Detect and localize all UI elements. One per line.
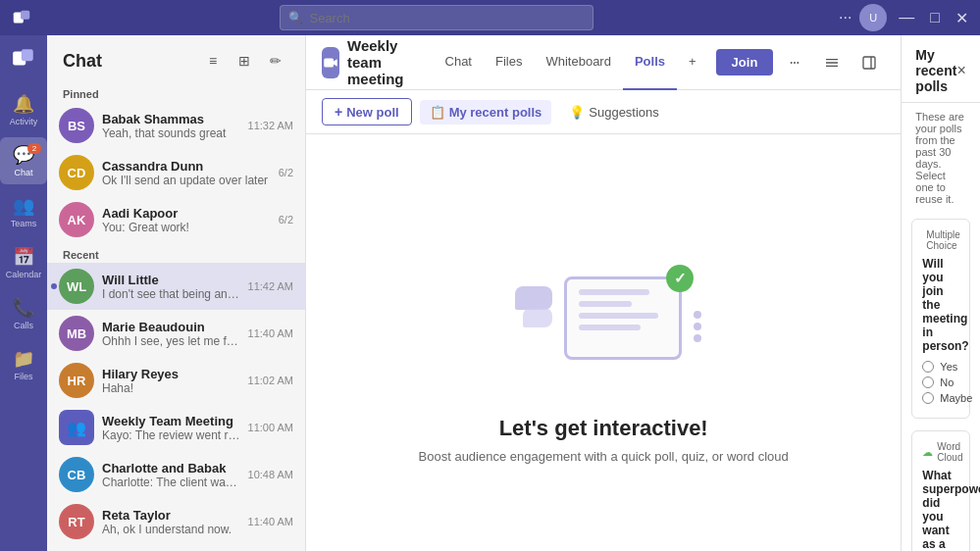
avatar-charlotte: CB [59,457,94,492]
speech-bubble-1 [515,286,552,310]
calendar-icon: 📅 [13,246,34,268]
tab-polls[interactable]: Polls [623,35,677,90]
more-btn[interactable] [816,47,848,78]
poll-question-1: Will you join the meeting in person? [922,257,959,353]
chat-content-aadi: Aadi Kapoor You: Great work! [102,206,271,234]
chat-meta-hilary: 11:02 AM [248,375,293,386]
chat-item-will[interactable]: WL Will Little I don't see that being an… [47,263,305,310]
join-button[interactable]: Join [716,49,774,75]
empty-state-text: Let's get interactive! Boost audience en… [419,416,789,464]
panel-close-button[interactable]: × [956,59,966,82]
poll-option-1-maybe: Maybe [922,392,959,404]
chat-item-weekly-team[interactable]: 👥 Weekly Team Meeting Kayo: The review w… [47,404,305,451]
chat-item-reta[interactable]: RT Reta Taylor Ah, ok I understand now. … [47,498,305,545]
chat-meta-reta: 11:40 AM [248,516,293,527]
avatar-aadi: AK [59,202,94,237]
nav-item-teams[interactable]: 👥 Teams [0,188,47,235]
chat-time-reta: 11:40 AM [248,516,293,527]
meeting-title: Weekly team meeting [347,37,418,87]
main-content: Weekly team meeting Chat Files Whiteboar… [306,35,901,551]
tab-files[interactable]: Files [484,35,534,90]
chat-name-charlotte: Charlotte and Babak [102,461,240,476]
suggestions-tab[interactable]: 💡 Suggestions [559,100,669,125]
chat-preview-will: I don't see that being an issue, can tak… [102,287,240,301]
minimize-btn[interactable]: — [895,9,918,26]
monitor [564,276,682,360]
nav-item-more[interactable]: ··· [0,531,47,551]
chat-time-aadi: 6/2 [279,214,293,225]
svg-rect-1 [21,11,29,20]
poll-card-2[interactable]: ☁ Word Cloud What superpower did you wan… [911,430,970,551]
poll-card-1[interactable]: Multiple Choice Will you join the meetin… [911,219,970,419]
sidebar-title: Chat [63,51,102,72]
nav-label-calendar: Calendar [6,270,42,279]
chat-item-joshua[interactable]: JV Joshua VanBuren Thanks for reviewing!… [47,545,305,551]
nav-item-calendar[interactable]: 📅 Calendar [0,239,47,286]
chat-item-marie[interactable]: MB Marie Beaudouin Ohhh I see, yes let m… [47,310,305,357]
unread-indicator-will [51,283,57,289]
more-options-icon[interactable]: ··· [839,9,851,26]
interactive-illustration: ✓ [495,257,711,404]
tab-chat[interactable]: Chat [434,35,484,90]
chat-item-aadi[interactable]: AK Aadi Kapoor You: Great work! 6/2 [47,196,305,243]
my-recent-polls-tab[interactable]: 📋 My recent polls [420,100,552,125]
close-btn[interactable]: ✕ [952,9,972,27]
poll-option-1-yes: Yes [922,361,959,373]
sidebar-header: Chat ≡ ⊞ ✏ [47,35,305,82]
chat-time-hilary: 11:02 AM [248,375,293,386]
radio-no [922,376,934,388]
search-bar[interactable]: 🔍 [280,5,593,30]
chat-item-cassandra[interactable]: CD Cassandra Dunn Ok I'll send an update… [47,149,305,196]
nav-logo [4,39,43,78]
files-icon: 📁 [13,348,34,370]
suggestions-icon: 💡 [569,105,585,120]
maximize-btn[interactable]: □ [926,9,944,26]
chat-meta-weekly-team: 11:00 AM [248,422,293,433]
chat-item-hilary[interactable]: HR Hilary Reyes Haha! 11:02 AM [47,357,305,404]
main-header: Weekly team meeting Chat Files Whiteboar… [306,35,901,90]
nav-label-teams: Teams [11,219,37,228]
decoration-dots [694,311,701,342]
meeting-options-btn[interactable] [779,47,810,78]
user-avatar[interactable]: U [859,4,887,31]
chat-content-will: Will Little I don't see that being an is… [102,273,240,301]
tab-add[interactable]: + [677,35,708,90]
search-input[interactable] [309,11,585,25]
panel-description: These are your polls from the past 30 da… [902,103,980,213]
empty-state-title: Let's get interactive! [419,416,789,441]
compose-button[interactable]: ⊞ [231,47,258,75]
poll-type-badge-2: ☁ Word Cloud [922,441,959,463]
svg-point-7 [798,62,799,64]
nav-item-chat[interactable]: 💬 Chat 2 [0,137,47,184]
speech-bubble-2 [523,308,552,327]
chat-preview-reta: Ah, ok I understand now. [102,523,240,536]
tab-whiteboard[interactable]: Whiteboard [534,35,622,90]
nav-label-calls: Calls [14,321,33,330]
svg-rect-4 [324,58,334,67]
suggestions-label: Suggestions [589,105,659,120]
new-poll-label: New poll [346,105,398,120]
edit-button[interactable]: ✏ [262,47,289,75]
panel-btn[interactable] [853,47,885,78]
nav-item-files[interactable]: 📁 Files [0,341,47,388]
main-tabs: Chat Files Whiteboard Polls + [434,35,708,90]
new-poll-button[interactable]: + New poll [322,98,412,125]
chat-time-marie: 11:40 AM [248,327,293,339]
filter-button[interactable]: ≡ [199,47,227,75]
recent-poll-icon: 📋 [430,105,445,120]
chat-meta-charlotte: 10:48 AM [248,469,293,480]
nav-item-calls[interactable]: 📞 Calls [0,290,47,337]
chat-name-babak: Babak Shammas [102,112,240,126]
chat-time-will: 11:42 AM [248,280,293,292]
right-panel: My recent polls × These are your polls f… [901,35,980,551]
chat-item-babak[interactable]: BS Babak Shammas Yeah, that sounds great… [47,102,305,149]
chat-content-hilary: Hilary Reyes Haha! [102,367,240,395]
panel-header: My recent polls × [902,35,980,103]
nav-item-activity[interactable]: 🔔 Activity [0,86,47,133]
meeting-icon [322,47,339,78]
nav-label-files: Files [14,372,32,381]
radio-yes [922,361,934,373]
chat-item-charlotte[interactable]: CB Charlotte and Babak Charlotte: The cl… [47,451,305,498]
main-header-right: Join [716,47,886,78]
activity-icon: 🔔 [13,93,34,115]
